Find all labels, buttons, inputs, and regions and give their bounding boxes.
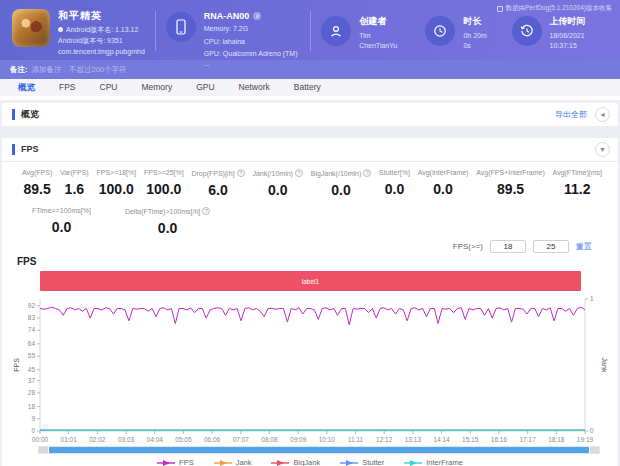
metric-value: 0.0 [379, 181, 410, 197]
tab-GPU[interactable]: GPU [184, 79, 226, 96]
tab-Battery[interactable]: Battery [282, 79, 333, 96]
metric-value: 89.5 [476, 181, 545, 197]
game-app-icon [12, 9, 50, 47]
header-divider [310, 11, 311, 51]
metric-label: Delta(FTime)>100ms[/h] [125, 208, 200, 215]
fps-card: FPS ▼ Avg(FPS)89.5Var(FPS)1.6FPS>=18[%]1… [2, 138, 618, 466]
overview-card: 概览 导出全部 ◄ [2, 103, 618, 126]
fps-threshold-label: FPS(>=) [453, 242, 483, 251]
svg-text:28: 28 [28, 389, 36, 396]
app-version-code: Android版本号: 9351 [58, 36, 145, 45]
device-gpu: GPU: Qualcomm Adreno (TM) ... [204, 49, 300, 68]
svg-text:0: 0 [590, 427, 594, 434]
svg-text:00:00: 00:00 [32, 436, 49, 443]
tab-概览[interactable]: 概览 [6, 79, 47, 96]
metric-FTime>=100ms[%]: FTime>=100ms[%]0.0 [32, 207, 91, 236]
help-icon[interactable]: ? [363, 169, 371, 177]
metric-Avg(FPS): Avg(FPS)89.5 [22, 169, 52, 198]
tab-FPS[interactable]: FPS [47, 79, 88, 96]
duration-value: 0h 20m 0s [463, 31, 493, 50]
export-all-link[interactable]: 导出全部 [555, 109, 587, 120]
reset-button[interactable]: 重置 [576, 241, 592, 252]
collapse-down-icon[interactable]: ▼ [595, 142, 610, 157]
user-icon [321, 16, 351, 46]
perfdog-report-window: 和平精英 Android版本名: 1.13.12 Android版本号: 935… [0, 0, 620, 466]
metric-Jank(/10min): Jank(/10min)?0.0 [252, 169, 302, 198]
metric-Drop(FPS)[/h]: Drop(FPS)[/h]?6.0 [191, 169, 244, 198]
upload-time-group: 上传时间 18/06/2021 10:37:15 [512, 13, 610, 50]
legend-item-Stutter[interactable]: Stutter [340, 458, 384, 466]
metric-value: 6.0 [191, 182, 244, 198]
svg-text:Jank: Jank [601, 358, 608, 373]
collapse-left-icon[interactable]: ◄ [595, 107, 610, 122]
legend-label: BigJank [293, 458, 320, 466]
svg-text:15:15: 15:15 [462, 436, 479, 443]
svg-text:11:11: 11:11 [348, 436, 364, 443]
metric-label: Avg(FPS) [22, 169, 52, 176]
device-info-icon[interactable]: i [253, 12, 261, 20]
device-cpu: CPU: lahaina [204, 37, 300, 47]
metric-FPS>=18[%]: FPS>=18[%]100.0 [96, 169, 136, 198]
metric-value: 0.0 [311, 182, 372, 198]
metric-label: FPS>=18[%] [96, 169, 136, 176]
fps-threshold-input-2[interactable] [533, 240, 569, 253]
legend-label: Jank [236, 458, 252, 466]
legend-item-InterFrame[interactable]: InterFrame [404, 458, 463, 466]
legend-label: Stutter [362, 458, 384, 466]
svg-text:03:03: 03:03 [118, 436, 135, 443]
metric-label: BigJank(/10min) [311, 170, 362, 177]
remark-label: 备注: [10, 65, 28, 75]
collect-note: 数据由PerfDog(5.1.210204)版本收集 [497, 4, 612, 13]
metric-label: Var(FPS) [60, 169, 89, 176]
creator-group: 创建者 Tim ChenTianYu [321, 13, 407, 50]
metric-FPS>=25[%]: FPS>=25[%]100.0 [144, 169, 184, 198]
legend-item-Jank[interactable]: Jank [214, 458, 252, 466]
svg-text:18:18: 18:18 [548, 436, 565, 443]
scrollbar-left-handle[interactable] [39, 447, 48, 453]
fps-threshold-input-1[interactable] [490, 240, 526, 253]
legend-label: InterFrame [426, 458, 463, 466]
svg-text:83: 83 [28, 314, 36, 321]
metric-value: 0.0 [32, 219, 91, 235]
help-icon[interactable]: ? [237, 169, 245, 177]
tab-Network[interactable]: Network [227, 79, 282, 96]
svg-text:FPS: FPS [13, 358, 20, 372]
svg-text:09:09: 09:09 [290, 436, 307, 443]
svg-text:05:05: 05:05 [175, 436, 192, 443]
app-package: com.tencent.tmgp.pubgmhd [58, 47, 145, 56]
chart-h-scrollbar[interactable] [38, 446, 600, 454]
svg-text:01:01: 01:01 [61, 436, 78, 443]
legend-item-BigJank[interactable]: BigJank [271, 458, 320, 466]
scrollbar-thumb[interactable] [48, 447, 590, 453]
metric-value: 0.0 [418, 181, 469, 197]
duration-group: 时长 0h 20m 0s [425, 13, 493, 50]
legend-marker-icon [157, 459, 175, 466]
legend-marker-icon [340, 459, 358, 466]
app-name: 和平精英 [58, 9, 145, 23]
legend-item-FPS[interactable]: FPS [157, 458, 194, 466]
tab-CPU[interactable]: CPU [88, 79, 130, 96]
metric-Delta(FTime)>100ms[/h]: Delta(FTime)>100ms[/h]?0.0 [125, 207, 210, 236]
svg-text:74: 74 [28, 326, 36, 333]
metric-Avg(InterFrame): Avg(InterFrame)0.0 [418, 169, 469, 198]
metric-label: Avg(InterFrame) [418, 169, 469, 176]
overview-title: 概览 [12, 109, 39, 120]
tab-Memory[interactable]: Memory [129, 79, 184, 96]
device-info-group: RNA-AN00i Memory: 7.2G CPU: lahaina GPU:… [166, 9, 300, 68]
legend-marker-icon [271, 459, 289, 466]
device-model: RNA-AN00 [204, 11, 250, 21]
svg-text:1: 1 [590, 295, 594, 302]
android-icon [58, 27, 63, 32]
scrollbar-right-handle[interactable] [590, 447, 599, 453]
metric-value: 0.0 [252, 182, 302, 198]
help-icon[interactable]: ? [295, 169, 303, 177]
report-header: 和平精英 Android版本名: 1.13.12 Android版本号: 935… [0, 0, 620, 60]
legend-marker-icon [214, 459, 232, 466]
remark-bar[interactable]: 备注: 添加备注，不超过200个字符 [0, 60, 620, 79]
collect-note-icon [497, 6, 503, 12]
help-icon[interactable]: ? [202, 207, 210, 215]
fps-line-chart[interactable]: 928374645545372818901000:0001:0102:0203:… [10, 293, 614, 445]
device-memory: Memory: 7.2G [204, 24, 300, 34]
fps-threshold-row: FPS(>=) 重置 [2, 236, 618, 253]
fps-metrics-row1: Avg(FPS)89.5Var(FPS)1.6FPS>=18[%]100.0FP… [2, 162, 618, 198]
